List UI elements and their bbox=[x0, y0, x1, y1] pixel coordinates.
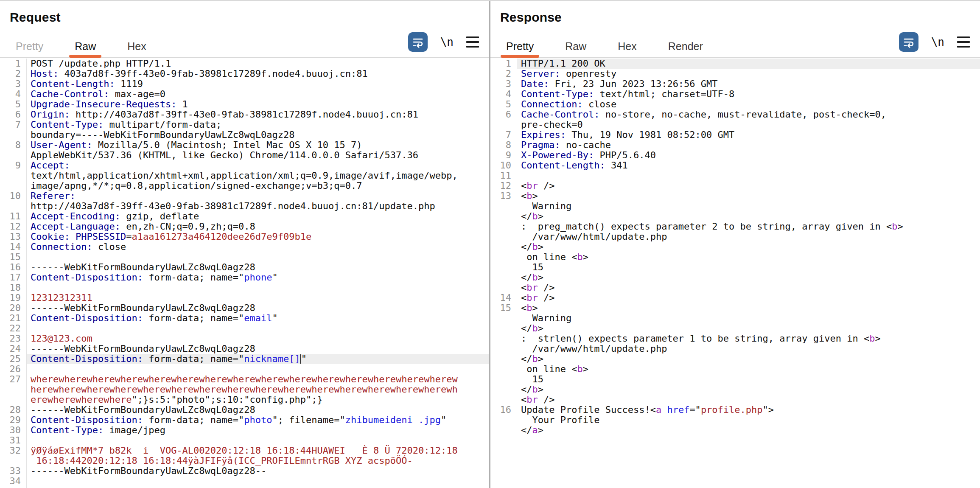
code-line[interactable]: 15<b> bbox=[490, 303, 980, 313]
code-line[interactable]: http://403a7d8f-39ff-43e0-9fab-38981c172… bbox=[0, 201, 489, 211]
hamburger-menu-icon[interactable] bbox=[466, 36, 479, 48]
word-wrap-toggle-button[interactable] bbox=[408, 32, 428, 52]
tab-hex[interactable]: Hex bbox=[618, 40, 636, 53]
line-number: 22 bbox=[0, 323, 26, 334]
code-line[interactable]: 1POST /update.php HTTP/1.1 bbox=[0, 59, 489, 69]
code-line[interactable]: 11Accept-Encoding: gzip, deflate bbox=[0, 211, 489, 222]
code-line[interactable]: 26 bbox=[0, 364, 489, 374]
code-line[interactable]: 15 bbox=[490, 262, 980, 272]
code-line[interactable]: 8Pragma: no-cache bbox=[490, 140, 980, 150]
code-line[interactable]: 7Expires: Thu, 19 Nov 1981 08:52:00 GMT bbox=[490, 130, 980, 140]
code-line[interactable]: 3Content-Length: 1119 bbox=[0, 79, 489, 89]
code-line[interactable]: 13Cookie: PHPSESSID=a1aa161273a464120dee… bbox=[0, 232, 489, 242]
code-line[interactable]: 16Update Profile Success!<a href="profil… bbox=[490, 405, 980, 415]
code-line[interactable]: 10Content-Length: 341 bbox=[490, 160, 980, 171]
code-line[interactable]: 30Content-Type: image/jpeg bbox=[0, 425, 489, 435]
code-line[interactable]: /var/www/html/update.php bbox=[490, 344, 980, 354]
code-line[interactable]: <br /> bbox=[490, 395, 980, 405]
code-line[interactable]: </a> bbox=[490, 425, 980, 435]
code-line[interactable]: 9X-Powered-By: PHP/5.6.40 bbox=[490, 150, 980, 160]
code-line[interactable]: image/apng,*/*;q=0.8,application/signed-… bbox=[0, 181, 489, 191]
tab-raw[interactable]: Raw bbox=[565, 40, 586, 53]
code-line[interactable]: Warning bbox=[490, 201, 980, 211]
code-line[interactable]: 1HTTP/1.1 200 OK bbox=[490, 59, 980, 69]
code-line[interactable]: on line <b> bbox=[490, 252, 980, 262]
show-newlines-button[interactable]: \n bbox=[931, 36, 944, 48]
code-line[interactable]: </b> bbox=[490, 242, 980, 252]
code-line[interactable]: </b> bbox=[490, 323, 980, 334]
code-line[interactable]: Warning bbox=[490, 313, 980, 323]
code-line[interactable]: on line <b> bbox=[490, 364, 980, 374]
code-line[interactable]: herewherewherewherewherewherewherewherew… bbox=[0, 384, 489, 395]
code-line[interactable]: 5Upgrade-Insecure-Requests: 1 bbox=[0, 99, 489, 109]
code-line[interactable]: : preg_match() expects parameter 2 to be… bbox=[490, 222, 980, 232]
code-line[interactable]: 23123@123.com bbox=[0, 334, 489, 344]
code-line[interactable]: pre-check=0 bbox=[490, 120, 980, 130]
line-text: <br /> bbox=[517, 283, 980, 293]
response-viewer[interactable]: 1HTTP/1.1 200 OK2Server: openresty3Date:… bbox=[490, 59, 980, 488]
code-line[interactable]: 16:18:442020:12:18 16:18:44ÿàJFIFÿâ(ICC_… bbox=[0, 456, 489, 466]
code-line[interactable]: 15 bbox=[490, 374, 980, 384]
code-line[interactable]: 27wherewherewherewherewherewherewherewhe… bbox=[0, 374, 489, 384]
code-line[interactable]: 6Cache-Control: no-store, no-cache, must… bbox=[490, 109, 980, 120]
code-line[interactable]: 29Content-Disposition: form-data; name="… bbox=[0, 415, 489, 425]
code-line[interactable]: : strlen() expects parameter 1 to be str… bbox=[490, 334, 980, 344]
code-line[interactable]: 14<br /> bbox=[490, 293, 980, 303]
line-text: Accept: bbox=[26, 160, 489, 171]
code-line[interactable]: </b> bbox=[490, 354, 980, 364]
code-line[interactable]: 34 bbox=[0, 476, 489, 486]
code-line[interactable]: 12<br /> bbox=[490, 181, 980, 191]
word-wrap-toggle-button[interactable] bbox=[899, 32, 918, 52]
request-editor[interactable]: 1POST /update.php HTTP/1.12Host: 403a7d8… bbox=[0, 59, 489, 488]
code-line[interactable]: 22 bbox=[0, 323, 489, 334]
code-line[interactable]: 21Content-Disposition: form-data; name="… bbox=[0, 313, 489, 323]
tab-pretty[interactable]: Pretty bbox=[16, 40, 43, 53]
code-line[interactable]: </b> bbox=[490, 211, 980, 222]
code-line[interactable]: 12Accept-Language: en,zh-CN;q=0.9,zh;q=0… bbox=[0, 222, 489, 232]
code-line[interactable]: </b> bbox=[490, 272, 980, 283]
line-text: </b> bbox=[517, 242, 980, 252]
code-line[interactable]: boundary=----WebKitFormBoundaryUawLZc8wq… bbox=[0, 130, 489, 140]
code-line[interactable]: 4Cache-Control: max-age=0 bbox=[0, 89, 489, 99]
code-line[interactable]: 10Referer: bbox=[0, 191, 489, 201]
code-line[interactable]: 7Content-Type: multipart/form-data; bbox=[0, 120, 489, 130]
code-line[interactable]: 5Connection: close bbox=[490, 99, 980, 109]
tab-render[interactable]: Render bbox=[668, 40, 703, 53]
code-line[interactable]: 11 bbox=[490, 171, 980, 181]
code-line[interactable]: 25Content-Disposition: form-data; name="… bbox=[0, 354, 489, 364]
line-number: 14 bbox=[490, 293, 517, 303]
code-line[interactable]: 1912312312311 bbox=[0, 293, 489, 303]
code-line[interactable]: 3Date: Fri, 23 Jun 2023 13:26:56 GMT bbox=[490, 79, 980, 89]
code-line[interactable]: /var/www/html/update.php bbox=[490, 232, 980, 242]
code-line[interactable]: 14Connection: close bbox=[0, 242, 489, 252]
code-line[interactable]: 32ÿØÿáøExifMM*7 b82k i VOG-AL002020:12:1… bbox=[0, 446, 489, 456]
code-line[interactable]: AppleWebKit/537.36 (KHTML, like Gecko) C… bbox=[0, 150, 489, 160]
code-line[interactable]: 2Server: openresty bbox=[490, 69, 980, 79]
code-line[interactable]: 18 bbox=[0, 283, 489, 293]
code-line[interactable]: 28------WebKitFormBoundaryUawLZc8wqL0agz… bbox=[0, 405, 489, 415]
tab-hex[interactable]: Hex bbox=[127, 40, 146, 53]
code-line[interactable]: 24------WebKitFormBoundaryUawLZc8wqL0agz… bbox=[0, 344, 489, 354]
code-line[interactable]: 17Content-Disposition: form-data; name="… bbox=[0, 272, 489, 283]
code-line[interactable]: <br /> bbox=[490, 283, 980, 293]
tab-pretty[interactable]: Pretty bbox=[506, 40, 534, 53]
code-line[interactable]: 31 bbox=[0, 435, 489, 446]
code-line[interactable]: 33------WebKitFormBoundaryUawLZc8wqL0agz… bbox=[0, 466, 489, 476]
code-line[interactable]: 6Origin: http://403a7d8f-39ff-43e0-9fab-… bbox=[0, 109, 489, 120]
code-line[interactable]: 20------WebKitFormBoundaryUawLZc8wqL0agz… bbox=[0, 303, 489, 313]
code-line[interactable]: </b> bbox=[490, 384, 980, 395]
code-line[interactable]: 8User-Agent: Mozilla/5.0 (Macintosh; Int… bbox=[0, 140, 489, 150]
code-line[interactable]: 9Accept: bbox=[0, 160, 489, 171]
code-line[interactable]: text/html,application/xhtml+xml,applicat… bbox=[0, 171, 489, 181]
code-line[interactable]: 4Content-Type: text/html; charset=UTF-8 bbox=[490, 89, 980, 99]
code-line[interactable]: erewherewherewhere";}s:5:"photo";s:10:"c… bbox=[0, 395, 489, 405]
code-line[interactable]: Your Profile bbox=[490, 415, 980, 425]
show-newlines-button[interactable]: \n bbox=[440, 36, 454, 48]
code-line[interactable]: 16------WebKitFormBoundaryUawLZc8wqL0agz… bbox=[0, 262, 489, 272]
hamburger-menu-icon[interactable] bbox=[957, 36, 970, 48]
tab-raw[interactable]: Raw bbox=[75, 40, 96, 53]
code-line[interactable]: 2Host: 403a7d8f-39ff-43e0-9fab-38981c172… bbox=[0, 69, 489, 79]
code-line[interactable]: 13<b> bbox=[490, 191, 980, 201]
code-line[interactable]: 15 bbox=[0, 252, 489, 262]
line-text: 16:18:442020:12:18 16:18:44ÿàJFIFÿâ(ICC_… bbox=[26, 456, 489, 466]
